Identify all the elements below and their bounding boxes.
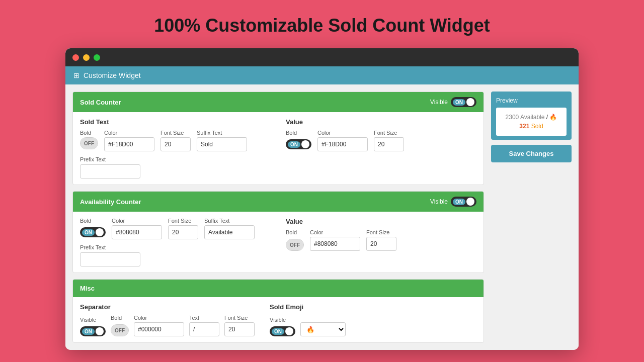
left-panel: Sold Counter Visible ON Sold Text bbox=[72, 92, 484, 343]
maximize-button[interactable] bbox=[94, 54, 100, 61]
sep-visible-knob bbox=[96, 327, 104, 335]
customize-icon: ⊞ bbox=[73, 71, 79, 79]
misc-section: Misc Separator Visible ON bbox=[72, 279, 484, 343]
avail-bold-knob bbox=[96, 228, 104, 236]
sold-text-bold-group: Bold OFF bbox=[80, 130, 98, 149]
sold-text-color-input[interactable] bbox=[104, 137, 154, 151]
sold-value-bold-on-text: ON bbox=[288, 141, 300, 148]
availability-body: Bold ON Color bbox=[73, 212, 484, 273]
misc-title: Misc bbox=[80, 285, 95, 292]
availability-counter-title: Availability Counter bbox=[80, 198, 141, 206]
sold-text-prefix-label: Prefix Text bbox=[80, 156, 271, 162]
sold-text-color-label: Color bbox=[104, 130, 154, 136]
preview-sold-text: Sold bbox=[531, 123, 543, 130]
avail-suffix-input[interactable] bbox=[204, 225, 255, 239]
separator-col: Separator Visible ON bbox=[80, 303, 255, 336]
avail-value-bold-label: Bold bbox=[286, 229, 304, 235]
sold-value-fontsize-group: Font Size bbox=[374, 130, 404, 151]
misc-body: Separator Visible ON bbox=[73, 297, 484, 342]
availability-two-col: Bold ON Color bbox=[80, 218, 476, 266]
sold-value-color-input[interactable] bbox=[317, 137, 368, 151]
sep-bold-toggle[interactable]: OFF bbox=[111, 324, 129, 336]
close-button[interactable] bbox=[72, 54, 79, 61]
minimize-button[interactable] bbox=[83, 54, 90, 61]
emoji-select-group: 🔥 ⭐ ❤️ ✅ bbox=[300, 315, 346, 336]
emoji-select[interactable]: 🔥 ⭐ ❤️ ✅ bbox=[300, 322, 346, 336]
avail-value-col: Value Bold OFF Color bbox=[286, 218, 476, 266]
sold-text-bold-value: OFF bbox=[80, 138, 98, 149]
sold-emoji-label: Sold Emoji bbox=[270, 303, 346, 311]
avail-value-color-group: Color bbox=[310, 229, 360, 251]
separator-fields: Visible ON Bold OFF bbox=[80, 315, 255, 336]
main-content: Sold Counter Visible ON Sold Text bbox=[65, 84, 579, 350]
sold-text-col: Sold Text Bold OFF Color bbox=[80, 118, 271, 178]
avail-value-bold-toggle[interactable]: OFF bbox=[286, 239, 304, 251]
emoji-visible-toggle[interactable]: ON bbox=[270, 326, 295, 336]
sep-bold-label: Bold bbox=[111, 315, 129, 321]
sold-counter-two-col: Sold Text Bold OFF Color bbox=[80, 118, 476, 178]
sep-text-input[interactable] bbox=[189, 322, 219, 336]
preview-box: Preview 2300 Available / 🔥321 Sold bbox=[491, 92, 572, 140]
preview-label: Preview bbox=[496, 97, 518, 104]
availability-toggle-on-text: ON bbox=[453, 199, 465, 205]
misc-header: Misc bbox=[73, 280, 484, 297]
sold-value-toggle-knob bbox=[301, 140, 309, 148]
avail-suffix-group: Suffix Text bbox=[204, 218, 255, 239]
sold-counter-toggle-knob bbox=[466, 98, 474, 106]
avail-color-group: Color bbox=[112, 218, 162, 239]
sold-value-bold-group: Bold ON bbox=[286, 130, 311, 149]
emoji-visible-on-text: ON bbox=[272, 328, 284, 335]
avail-bold-group: Bold ON bbox=[80, 218, 106, 237]
sold-value-label: Value bbox=[286, 118, 476, 126]
preview-available-text: Available bbox=[520, 114, 544, 121]
sold-emoji-fields: Visible ON 🔥 bbox=[270, 315, 346, 336]
titlebar bbox=[65, 48, 579, 66]
sold-counter-visible-label: Visible bbox=[430, 99, 448, 106]
sold-counter-header-right: Visible ON bbox=[430, 97, 476, 107]
sold-text-fontsize-input[interactable] bbox=[160, 137, 191, 151]
save-changes-button[interactable]: Save Changes bbox=[491, 145, 572, 162]
avail-value-bold-group: Bold OFF bbox=[286, 229, 304, 251]
avail-value-color-input[interactable] bbox=[310, 237, 360, 251]
avail-value-field-row: Bold OFF Color Font bbox=[286, 229, 476, 251]
availability-header-right: Visible ON bbox=[430, 197, 476, 207]
availability-visible-label: Visible bbox=[430, 198, 448, 205]
sold-value-col: Value Bold ON Color bbox=[286, 118, 476, 178]
sold-value-fontsize-input[interactable] bbox=[374, 137, 404, 151]
sold-text-prefix-input[interactable] bbox=[80, 164, 140, 178]
preview-sold-count: 321 bbox=[519, 123, 529, 130]
sold-text-bold-toggle[interactable]: OFF bbox=[80, 137, 98, 149]
sold-value-fontsize-label: Font Size bbox=[374, 130, 404, 136]
avail-fontsize-group: Font Size bbox=[168, 218, 198, 239]
avail-color-input[interactable] bbox=[112, 225, 162, 239]
sep-color-input[interactable] bbox=[134, 322, 184, 336]
avail-prefix-label: Prefix Text bbox=[80, 244, 271, 250]
emoji-visible-knob bbox=[285, 327, 293, 335]
sep-visible-toggle[interactable]: ON bbox=[80, 326, 106, 336]
sold-text-suffix-input[interactable] bbox=[197, 137, 247, 151]
avail-prefix-input[interactable] bbox=[80, 252, 140, 266]
sep-bold-off-text: OFF bbox=[111, 325, 128, 336]
avail-bold-toggle[interactable]: ON bbox=[80, 227, 106, 237]
sold-counter-visible-toggle[interactable]: ON bbox=[451, 97, 476, 107]
sep-color-group: Color bbox=[134, 315, 184, 336]
emoji-visible-label: Visible bbox=[270, 317, 295, 323]
avail-color-label: Color bbox=[112, 218, 162, 224]
avail-value-label: Value bbox=[286, 218, 476, 225]
avail-fontsize-label: Font Size bbox=[168, 218, 198, 224]
sep-fontsize-input[interactable] bbox=[224, 322, 255, 336]
sold-text-suffix-label: Suffix Text bbox=[197, 130, 247, 136]
sold-counter-header: Sold Counter Visible ON bbox=[73, 92, 484, 112]
sold-value-field-row: Bold ON Color bbox=[286, 130, 476, 151]
availability-visible-toggle[interactable]: ON bbox=[451, 197, 476, 207]
avail-fontsize-input[interactable] bbox=[168, 225, 198, 239]
sold-text-bold-label: Bold bbox=[80, 130, 98, 136]
avail-value-color-label: Color bbox=[310, 229, 360, 235]
sold-value-bold-toggle[interactable]: ON bbox=[286, 139, 311, 149]
avail-value-fontsize-input[interactable] bbox=[366, 237, 396, 251]
availability-counter-section: Availability Counter Visible ON bbox=[72, 191, 484, 273]
avail-prefix-group: Prefix Text bbox=[80, 244, 271, 266]
availability-text-col: Bold ON Color bbox=[80, 218, 271, 266]
availability-field-row: Bold ON Color bbox=[80, 218, 271, 239]
sold-emoji-col: Sold Emoji Visible ON bbox=[270, 303, 346, 336]
